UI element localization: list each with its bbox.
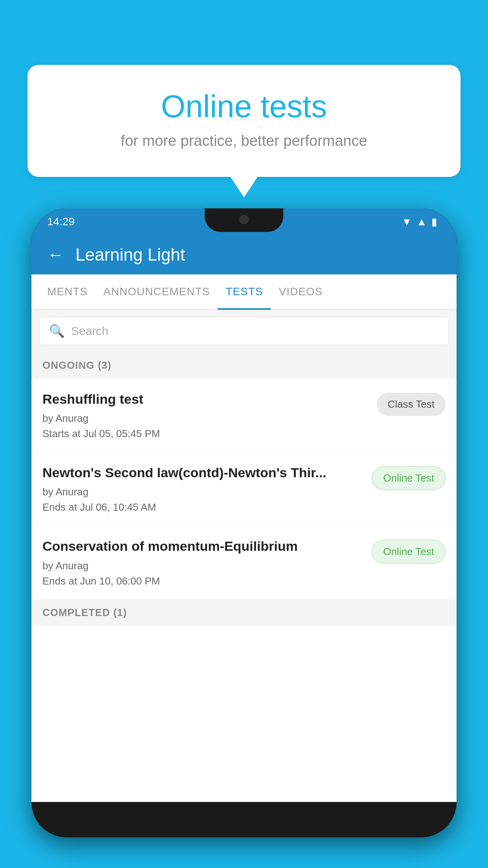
- test-badge-3: Online Test: [372, 540, 446, 564]
- back-button[interactable]: ←: [47, 245, 64, 264]
- status-icons: ▼ ▲ ▮: [402, 216, 437, 228]
- phone-bottom: [31, 802, 457, 837]
- test-info-2: Newton's Second law(contd)-Newton's Thir…: [42, 464, 372, 513]
- test-badge-1: Class Test: [377, 393, 446, 416]
- app-title: Learning Light: [75, 245, 185, 265]
- status-time: 14:29: [47, 215, 75, 228]
- test-author-2: by Anurag: [42, 486, 364, 498]
- bubble-title: Online tests: [55, 88, 433, 125]
- test-time-2: Ends at Jul 06, 10:45 AM: [42, 501, 364, 513]
- test-title-2: Newton's Second law(contd)-Newton's Thir…: [42, 464, 364, 481]
- test-time-3: Ends at Jun 10, 06:00 PM: [42, 575, 364, 587]
- section-completed-header: COMPLETED (1): [31, 600, 457, 626]
- tab-ments[interactable]: MENTS: [39, 274, 95, 309]
- wifi-icon: ▼: [402, 216, 412, 228]
- phone-screen: MENTS ANNOUNCEMENTS TESTS VIDEOS 🔍 Searc…: [31, 274, 457, 802]
- speech-bubble: Online tests for more practice, better p…: [28, 65, 460, 177]
- search-placeholder: Search: [71, 324, 108, 338]
- test-item-2[interactable]: Newton's Second law(contd)-Newton's Thir…: [31, 452, 457, 526]
- search-container: 🔍 Search: [31, 310, 457, 352]
- test-item-3[interactable]: Conservation of momentum-Equilibrium by …: [31, 526, 457, 599]
- test-author-1: by Anurag: [42, 412, 369, 425]
- phone-notch: [205, 208, 283, 232]
- test-item-1[interactable]: Reshuffling test by Anurag Starts at Jul…: [31, 379, 457, 452]
- tabs-bar: MENTS ANNOUNCEMENTS TESTS VIDEOS: [31, 274, 457, 310]
- signal-icon: ▲: [416, 216, 427, 228]
- phone-camera: [239, 215, 249, 224]
- test-author-3: by Anurag: [42, 560, 364, 572]
- tab-videos[interactable]: VIDEOS: [271, 274, 330, 309]
- bubble-subtitle: for more practice, better performance: [55, 132, 433, 149]
- tab-tests[interactable]: TESTS: [218, 274, 271, 309]
- test-title-1: Reshuffling test: [42, 390, 369, 408]
- test-info-3: Conservation of momentum-Equilibrium by …: [42, 537, 372, 587]
- test-info-1: Reshuffling test by Anurag Starts at Jul…: [42, 390, 377, 440]
- app-bar: ← Learning Light: [31, 235, 457, 274]
- search-box[interactable]: 🔍 Search: [39, 317, 449, 345]
- phone-wrapper: 14:29 ▼ ▲ ▮ ← Learning Light MENTS ANNOU…: [31, 208, 457, 868]
- test-time-1: Starts at Jul 05, 05:45 PM: [42, 428, 369, 440]
- tab-announcements[interactable]: ANNOUNCEMENTS: [95, 274, 218, 309]
- section-ongoing-header: ONGOING (3): [31, 352, 457, 379]
- search-icon: 🔍: [49, 324, 65, 338]
- test-badge-2: Online Test: [372, 466, 446, 490]
- battery-icon: ▮: [431, 216, 437, 228]
- test-title-3: Conservation of momentum-Equilibrium: [42, 537, 364, 555]
- phone-frame: 14:29 ▼ ▲ ▮ ← Learning Light MENTS ANNOU…: [31, 208, 457, 837]
